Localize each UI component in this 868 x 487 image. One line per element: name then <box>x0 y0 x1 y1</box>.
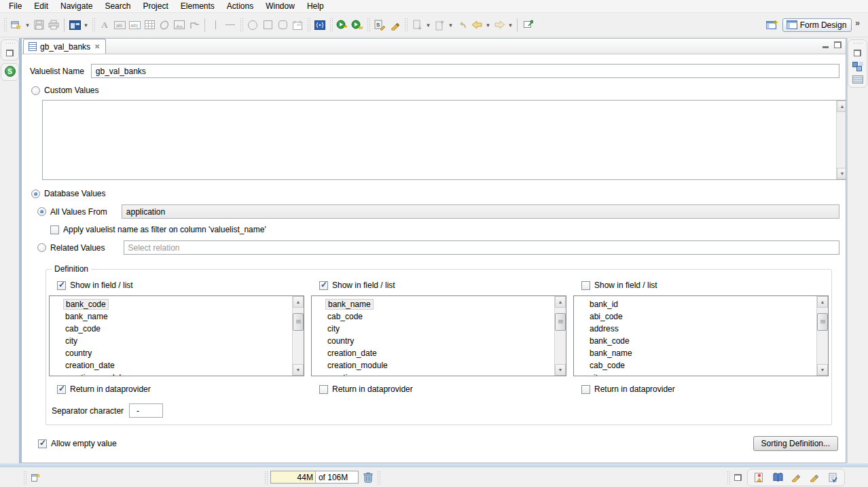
show-in-field-checkbox-1[interactable] <box>57 281 66 290</box>
toolbar-grip[interactable] <box>404 18 408 33</box>
form-view-icon[interactable] <box>67 18 82 33</box>
list-item[interactable]: city <box>574 372 816 376</box>
relation-select-input[interactable] <box>124 240 840 255</box>
list-item[interactable]: city <box>50 335 292 347</box>
pin-editor-icon[interactable] <box>520 18 535 33</box>
restore-view-icon[interactable] <box>854 50 861 56</box>
return-in-dataprovider-checkbox-3[interactable] <box>581 385 590 394</box>
statusbar-grip[interactable] <box>23 471 26 484</box>
return-in-dataprovider-checkbox-2[interactable] <box>319 385 328 394</box>
database-values-radio[interactable] <box>31 190 40 198</box>
list-item[interactable]: country <box>312 335 554 347</box>
list-item[interactable]: cab_code <box>50 323 292 335</box>
new-wizard-icon[interactable] <box>9 18 24 33</box>
open-perspective-icon[interactable] <box>764 18 780 33</box>
properties-view-icon[interactable] <box>852 75 863 84</box>
list-item[interactable]: bank_name <box>50 310 292 323</box>
toolbar-grip[interactable] <box>367 18 370 33</box>
separator-character-input[interactable] <box>129 403 163 418</box>
list-item[interactable]: country <box>50 347 292 359</box>
menu-file[interactable]: File <box>3 1 28 12</box>
list-item[interactable]: creation_date <box>312 347 554 359</box>
back-dropdown-icon[interactable]: ▾ <box>484 18 492 33</box>
tab-gb-val-banks[interactable]: gb_val_banks ✕ <box>23 39 106 54</box>
toolbar-grip[interactable] <box>3 18 7 33</box>
scroll-down-icon[interactable]: ▼ <box>837 168 846 179</box>
solution-js-editor-icon[interactable]: S <box>372 18 387 33</box>
problems-indicator-icon[interactable] <box>753 471 765 484</box>
list-item[interactable]: bank_name <box>574 347 816 359</box>
tab-close-icon[interactable]: ✕ <box>94 43 101 50</box>
scrollbar-thumb[interactable] <box>293 313 304 331</box>
show-in-field-checkbox-2[interactable] <box>319 281 328 290</box>
back-icon[interactable] <box>469 18 484 33</box>
toolbar-grip[interactable] <box>307 18 310 33</box>
maximize-editor-icon[interactable] <box>834 41 842 48</box>
toolbar-grip[interactable] <box>240 18 243 33</box>
menu-help[interactable]: Help <box>301 1 330 12</box>
show-in-field-checkbox-3[interactable] <box>581 281 590 290</box>
list-item[interactable]: creation_program <box>312 372 554 376</box>
sorting-definition-button[interactable]: Sorting Definition... <box>753 436 838 451</box>
menu-navigate[interactable]: Navigate <box>54 1 98 12</box>
list-scrollbar[interactable]: ▲ ▼ <box>554 296 566 376</box>
list-item[interactable]: cab_code <box>312 310 554 323</box>
list-item[interactable]: creation_date <box>50 359 292 372</box>
all-values-from-radio[interactable] <box>37 207 46 216</box>
new-wizard-dropdown-icon[interactable]: ▾ <box>24 18 31 33</box>
valuelist-filter-checkbox[interactable] <box>50 226 59 234</box>
menu-elements[interactable]: Elements <box>175 1 221 12</box>
list-scrollbar[interactable]: ▲ ▼ <box>816 296 828 376</box>
table-select-combo[interactable]: application <box>122 204 839 219</box>
form-view-dropdown-icon[interactable]: ▾ <box>82 18 90 33</box>
list-item[interactable]: abi_code <box>574 310 816 323</box>
help-book-icon[interactable] <box>772 471 784 484</box>
scroll-up-icon[interactable]: ▲ <box>555 296 566 308</box>
list-item[interactable]: city <box>312 323 554 335</box>
scroll-up-icon[interactable]: ▲ <box>817 296 828 308</box>
list-item[interactable]: bank_name <box>312 298 554 310</box>
scroll-down-icon[interactable]: ▼ <box>817 364 828 376</box>
menu-edit[interactable]: Edit <box>28 1 54 12</box>
dataprovider-list-3[interactable]: bank_id abi_code address bank_code bank_… <box>573 295 829 376</box>
fast-view-add-icon[interactable] <box>29 471 41 484</box>
run-garbage-collector-icon[interactable] <box>362 471 374 484</box>
perspective-form-design-button[interactable]: Form Design <box>782 18 852 32</box>
valuelist-name-input[interactable] <box>91 64 839 78</box>
statusbar-grip[interactable] <box>727 471 730 484</box>
list-scrollbar[interactable]: ▲ ▼ <box>292 296 304 376</box>
minimize-editor-icon[interactable] <box>822 46 829 48</box>
list-item[interactable]: bank_code <box>50 298 292 310</box>
launch-smart-client-icon[interactable] <box>335 18 350 33</box>
media-icon[interactable] <box>312 18 327 33</box>
scroll-down-icon[interactable]: ▼ <box>555 364 566 376</box>
statusbar-grip[interactable] <box>377 471 380 484</box>
menu-actions[interactable]: Actions <box>221 1 259 12</box>
dataprovider-list-1[interactable]: bank_code bank_name cab_code city countr… <box>49 295 304 376</box>
right-sash[interactable] <box>846 38 848 463</box>
scroll-up-icon[interactable]: ▲ <box>837 101 846 112</box>
list-item[interactable]: bank_id <box>574 298 816 310</box>
pen-icon[interactable] <box>387 18 402 33</box>
restore-trimmed-view-icon[interactable] <box>734 474 742 481</box>
statusbar-grip[interactable] <box>264 471 268 484</box>
scrollbar-thumb[interactable] <box>817 313 828 331</box>
list-item[interactable]: bank_code <box>574 335 816 347</box>
restore-view-icon[interactable] <box>6 50 14 56</box>
menu-search[interactable]: Search <box>98 1 137 12</box>
list-item[interactable]: cab_code <box>574 359 816 372</box>
task-list-icon[interactable] <box>827 471 839 484</box>
return-in-dataprovider-checkbox-1[interactable] <box>57 385 66 394</box>
list-item[interactable]: creation_module <box>50 372 292 376</box>
scrollbar-thumb[interactable] <box>555 313 566 331</box>
list-item[interactable]: address <box>574 323 816 335</box>
textarea-scrollbar[interactable]: ▲ ▼ <box>836 101 846 179</box>
perspective-overflow-icon[interactable]: » <box>854 18 863 32</box>
fastbar-grip[interactable] <box>5 42 15 45</box>
custom-values-textarea[interactable]: ▲ ▼ <box>42 100 846 180</box>
related-values-radio[interactable] <box>37 243 46 252</box>
launch-web-client-icon[interactable]: w <box>350 18 365 33</box>
annotation-pen-icon[interactable] <box>808 471 820 484</box>
fastbar-grip[interactable] <box>853 42 863 45</box>
menu-project[interactable]: Project <box>137 1 174 12</box>
